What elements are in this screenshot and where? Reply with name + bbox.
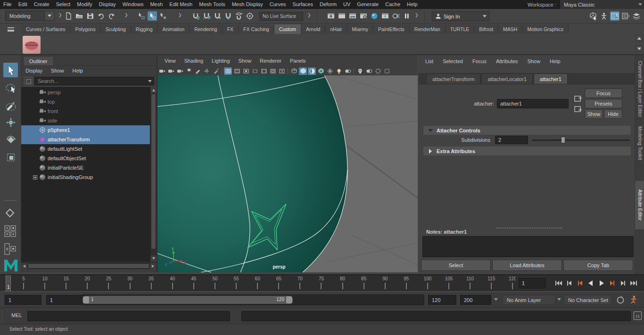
menu-windows[interactable]: Windows <box>119 0 147 9</box>
command-result-field[interactable] <box>241 311 631 321</box>
drag-handle[interactable] <box>0 310 4 322</box>
render-settings-icon[interactable] <box>359 11 368 21</box>
vp-motion-blur-icon[interactable] <box>344 67 352 75</box>
vp-2d-pan-zoom-icon[interactable] <box>203 67 211 75</box>
side-tab-modeling-toolkit[interactable]: Modeling Toolkit <box>635 121 644 166</box>
vp-plugin-icon[interactable] <box>383 67 391 75</box>
viewport-menu-show[interactable]: Show <box>234 58 256 64</box>
slider-handle[interactable] <box>561 137 565 143</box>
open-scene-icon[interactable] <box>74 11 84 21</box>
ae-tab-attacherLocator1[interactable]: attacherLocator1 <box>481 74 533 84</box>
workspace-dropdown[interactable]: Maya Classic <box>560 0 644 9</box>
vp-bookmark-icon[interactable] <box>185 67 193 75</box>
ae-menu-selected[interactable]: Selected <box>438 58 468 64</box>
load-attributes-button[interactable]: Load Attributes <box>492 260 562 271</box>
shelf-tab-mash[interactable]: MASH <box>498 25 522 34</box>
outliner-filter-icon[interactable] <box>24 77 33 85</box>
shelf-tab-rendering[interactable]: Rendering <box>190 25 222 34</box>
focus-button[interactable]: Focus <box>585 89 622 98</box>
shelf-tab-turtle[interactable]: TURTLE <box>446 25 475 34</box>
presets-button[interactable]: Presets <box>585 99 622 108</box>
menu-surfaces[interactable]: Surfaces <box>289 0 316 9</box>
menu-mesh-tools[interactable]: Mesh Tools <box>196 0 228 9</box>
ipr-render-icon[interactable]: IPR <box>348 11 357 21</box>
menu-edit[interactable]: Edit <box>15 0 31 9</box>
ae-tab-attacherTransform[interactable]: attacherTransform <box>426 74 480 84</box>
side-tab-channel-box-layer-editor[interactable]: Channel Box / Layer Editor <box>635 59 644 119</box>
menu-create[interactable]: Create <box>31 0 53 9</box>
playback-start-field[interactable]: 1 <box>46 295 83 305</box>
character-set-dropdown[interactable]: No Character Set <box>564 295 612 305</box>
shelf-scroll-up-button[interactable] <box>636 35 643 41</box>
viewport-menu-lighting[interactable]: Lighting <box>207 58 234 64</box>
layout-two-pane-button[interactable] <box>4 243 18 257</box>
outliner-horizontal-scrollbar[interactable] <box>21 262 157 269</box>
snap-curve-icon[interactable] <box>202 11 211 21</box>
outliner-title-tab[interactable]: Outliner <box>23 56 54 65</box>
vp-safe-action-icon[interactable] <box>269 67 277 75</box>
step-back-key-icon[interactable] <box>574 278 585 289</box>
viewport-menu-view[interactable]: View <box>160 58 180 64</box>
time-slider[interactable]: 5101520253035404550556065707580859095100… <box>0 274 644 291</box>
layout-four-pane-button[interactable] <box>4 225 18 239</box>
menu-curves[interactable]: Curves <box>266 0 289 9</box>
ae-menu-show[interactable]: Show <box>522 58 545 64</box>
humanik-icon[interactable] <box>599 11 609 21</box>
menu-uv[interactable]: UV <box>340 0 354 9</box>
live-surface-field[interactable]: No Live Surface <box>259 12 303 21</box>
vp-gate-mask-icon[interactable] <box>251 67 259 75</box>
step-forward-frame-icon[interactable] <box>618 278 628 289</box>
pause-icon[interactable] <box>402 11 412 21</box>
outliner-search-input[interactable]: Search... <box>34 77 154 85</box>
ae-menu-list[interactable]: List <box>421 58 438 64</box>
outliner-item-initialParticleSE[interactable]: initialParticleSE <box>21 163 150 172</box>
menu-select[interactable]: Select <box>53 0 74 9</box>
viewport-menu-renderer[interactable]: Renderer <box>256 58 286 64</box>
copy-tab-icon[interactable] <box>574 95 582 102</box>
snap-view-plane-icon[interactable] <box>234 11 244 21</box>
menu-edit-mesh[interactable]: Edit Mesh <box>166 0 196 9</box>
attribute-editor-icon[interactable] <box>621 11 630 21</box>
auto-keyframe-icon[interactable] <box>616 295 625 305</box>
group-chevron-icon[interactable]: ❯ <box>415 13 419 17</box>
menu-set-arrow-button[interactable] <box>45 11 55 21</box>
lasso-tool-icon[interactable] <box>3 80 18 95</box>
outliner-item-front[interactable]: front <box>21 106 150 116</box>
rotate-tool-icon[interactable] <box>3 132 18 147</box>
vp-grease-pencil-icon[interactable] <box>212 67 220 75</box>
group-chevron-icon[interactable]: ❯ <box>307 13 311 17</box>
play-forwards-icon[interactable] <box>596 278 607 289</box>
hide-button[interactable]: Hide <box>604 109 622 119</box>
vp-use-all-lights-icon[interactable] <box>317 67 325 75</box>
shelf-tab-curves-surfaces[interactable]: Curves / Surfaces <box>21 25 70 34</box>
play-backwards-icon[interactable] <box>585 278 596 289</box>
scroll-right-button[interactable] <box>150 263 156 269</box>
paint-select-tool-icon[interactable] <box>3 98 18 112</box>
animation-end-field[interactable]: 200 <box>460 295 491 305</box>
paused-textures-icon[interactable] <box>391 11 401 21</box>
select-tool-icon[interactable] <box>3 63 18 77</box>
menu-mesh-display[interactable]: Mesh Display <box>229 0 266 9</box>
shelf-tab-painteffects[interactable]: PaintEffects <box>373 25 410 34</box>
light-editor-icon[interactable] <box>380 11 390 21</box>
chevron-down-icon[interactable] <box>494 298 498 301</box>
outliner-item-persp[interactable]: persp <box>21 88 150 97</box>
snap-projected-center-icon[interactable] <box>223 11 233 21</box>
scroll-left-button[interactable] <box>21 263 27 269</box>
vp-lock-camera-icon[interactable] <box>167 67 175 75</box>
timeline-ruler[interactable]: 5101520253035404550556065707580859095100… <box>0 275 516 292</box>
drag-handle[interactable] <box>1 10 4 22</box>
scroll-down-button[interactable] <box>150 255 157 261</box>
menu-generate[interactable]: Generate <box>354 0 382 9</box>
section-extra-attributes[interactable]: Extra Attributes <box>423 147 631 155</box>
scroll-thumb[interactable] <box>151 94 156 249</box>
outliner-menu-help[interactable]: Help <box>68 68 88 74</box>
animation-start-field[interactable]: 1 <box>5 295 41 305</box>
vp-wireframe-icon[interactable] <box>290 67 298 75</box>
outliner-menu-show[interactable]: Show <box>47 68 68 74</box>
section-attacher-controls[interactable]: Attacher Controls <box>423 126 631 135</box>
snap-grid-icon[interactable] <box>191 11 200 21</box>
shelf-tab-rigging[interactable]: Rigging <box>131 25 158 34</box>
group-chevron-icon[interactable]: ❯ <box>124 13 128 17</box>
vp-shaded-icon[interactable] <box>299 67 307 75</box>
